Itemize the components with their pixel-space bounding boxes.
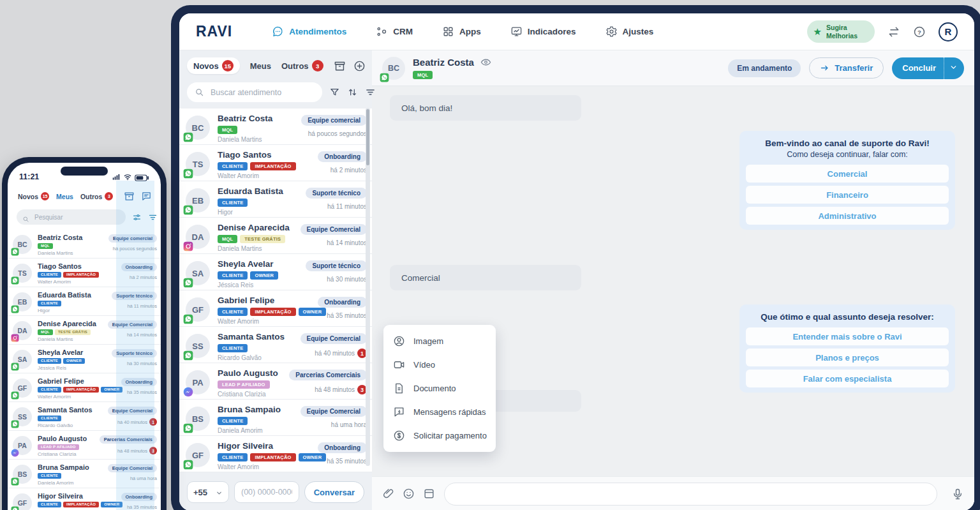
chat-bubble-icon bbox=[272, 26, 284, 38]
nav-item-apps[interactable]: Apps bbox=[442, 26, 481, 38]
contact-avatar: EB bbox=[186, 188, 210, 213]
timestamp: há 11 minutos bbox=[327, 203, 367, 210]
attach-menu-item-video[interactable]: Vídeo bbox=[383, 353, 496, 377]
conversation-list-item[interactable]: GF Higor Silveira CLIENTEIMPLANTAÇÃOOWNE… bbox=[8, 488, 161, 510]
archive-icon[interactable] bbox=[124, 191, 135, 202]
whatsapp-icon bbox=[11, 248, 19, 256]
contact-name: Gabriel Felipe bbox=[38, 377, 97, 386]
conversation-list-item[interactable]: GF Gabriel Felipe CLIENTEIMPLANTAÇÃOOWNE… bbox=[179, 290, 372, 327]
tag-badge: LEAD P AFILIADO bbox=[218, 380, 270, 389]
department-badge: Equipe comercial bbox=[301, 115, 367, 126]
conversation-list-item[interactable]: BC Beatriz Costa MQL Daniela Martins Equ… bbox=[8, 230, 161, 259]
conclude-dropdown[interactable] bbox=[944, 57, 964, 79]
new-chat-phone-input[interactable] bbox=[234, 481, 299, 503]
attach-menu-item-documento[interactable]: Documento bbox=[383, 377, 496, 400]
contact-tags: CLIENTE bbox=[218, 344, 289, 352]
tab-novos[interactable]: Novos 15 bbox=[18, 192, 49, 200]
search-icon bbox=[195, 87, 204, 97]
conversation-list-item[interactable]: SA Sheyla Avelar CLIENTEOWNER Jéssica Re… bbox=[8, 345, 161, 373]
nav-item-ajustes[interactable]: Ajustes bbox=[605, 26, 654, 38]
paperclip-icon[interactable] bbox=[382, 488, 394, 500]
tag-badge: OWNER bbox=[63, 358, 85, 364]
quick-reply-option[interactable]: Comercial bbox=[746, 165, 949, 183]
chat-lines-icon[interactable] bbox=[141, 191, 152, 202]
unread-badge: 3 bbox=[149, 447, 157, 454]
tab-meus[interactable]: Meus bbox=[56, 193, 73, 200]
user-avatar[interactable]: R bbox=[939, 22, 958, 41]
contact-tags: CLIENTE bbox=[38, 473, 97, 479]
new-conversation-icon[interactable] bbox=[353, 60, 366, 72]
contact-avatar: DA bbox=[13, 321, 32, 340]
conversation-list-item[interactable]: BS Bruna Sampaio CLIENTE Daniela Amorim … bbox=[179, 400, 372, 436]
nav-item-atendimentos[interactable]: Atendimentos bbox=[272, 26, 346, 38]
quick-reply-option[interactable]: Falar com especialista bbox=[746, 370, 949, 387]
quick-reply-option[interactable]: Entender mais sobre o Ravi bbox=[746, 327, 949, 345]
assigned-agent: Walter Amorim bbox=[218, 172, 289, 179]
scrollbar-thumb[interactable] bbox=[366, 109, 369, 165]
tab-meus[interactable]: Meus bbox=[250, 61, 271, 71]
help-icon[interactable]: ? bbox=[913, 26, 926, 38]
contact-avatar: GF bbox=[186, 443, 210, 467]
nav-item-label: Apps bbox=[459, 27, 481, 36]
conversation-list-item[interactable]: GF Higor Silveira CLIENTEIMPLANTAÇÃOOWNE… bbox=[179, 436, 372, 472]
filter-lines-icon[interactable] bbox=[148, 213, 158, 222]
search-input[interactable] bbox=[209, 87, 315, 98]
conversation-list-item[interactable]: DA Denise Aparecida MQLTESTE GRÁTIS Dani… bbox=[8, 316, 161, 345]
attach-menu-item-mensagens-rapidas[interactable]: Mensagens rápidas bbox=[383, 400, 496, 424]
conversation-list-item[interactable]: BC Beatriz Costa MQL Daniela Martins Equ… bbox=[179, 109, 372, 145]
microphone-icon[interactable] bbox=[951, 488, 964, 500]
start-conversation-button[interactable]: Conversar bbox=[304, 481, 364, 503]
suggest-improvements-button[interactable]: ★ Sugira Melhorias bbox=[807, 20, 875, 42]
list-scrollbar[interactable] bbox=[366, 108, 370, 466]
phone-search-row bbox=[8, 204, 161, 230]
message-input[interactable] bbox=[444, 483, 937, 506]
tab-novos[interactable]: Novos 15 bbox=[187, 57, 240, 74]
assigned-agent: Daniela Martins bbox=[218, 245, 289, 252]
assigned-agent: Daniela Martins bbox=[38, 250, 97, 256]
transfer-button[interactable]: Transferir bbox=[809, 57, 884, 79]
video-icon bbox=[393, 359, 405, 371]
conversation-list-item[interactable]: GF Gabriel Felipe CLIENTEIMPLANTAÇÃOOWNE… bbox=[8, 373, 161, 402]
filter-funnel-icon[interactable] bbox=[329, 87, 340, 98]
tab-outros[interactable]: Outros 3 bbox=[281, 60, 323, 71]
conversation-list-item[interactable]: TS Tiago Santos CLIENTEIMPLANTAÇÃO Walte… bbox=[8, 259, 161, 287]
phone-search-input[interactable] bbox=[33, 213, 120, 221]
tag-badge: IMPLANTAÇÃO bbox=[63, 502, 99, 507]
nav-item-indicadores[interactable]: Indicadores bbox=[510, 26, 576, 38]
timestamp: há 35 minutos bbox=[327, 458, 367, 465]
conversation-list-item[interactable]: PA Paulo Augusto LEAD P AFILIADO Cristia… bbox=[8, 431, 161, 460]
sort-icon[interactable] bbox=[347, 87, 358, 98]
quick-reply-option[interactable]: Administrativo bbox=[746, 207, 949, 225]
bot-card-subtitle: Como deseja continuar, falar com: bbox=[745, 150, 950, 159]
attach-menu-item-imagem[interactable]: Imagem bbox=[383, 329, 496, 353]
tab-novos-label: Novos bbox=[193, 61, 219, 71]
emoji-icon[interactable] bbox=[403, 488, 415, 500]
tune-sliders-icon[interactable] bbox=[132, 213, 142, 222]
conversation-list-item[interactable]: SS Samanta Santos CLIENTE Ricardo Galvão… bbox=[8, 402, 161, 431]
country-code-select[interactable]: +55 bbox=[187, 481, 229, 503]
archive-icon[interactable] bbox=[334, 60, 346, 72]
quick-reply-option[interactable]: Financeiro bbox=[746, 186, 949, 204]
swap-icon[interactable] bbox=[887, 26, 900, 38]
conversation-list-item[interactable]: DA Denise Aparecida MQLTESTE GRÁTIS Dani… bbox=[179, 218, 372, 254]
conversation-list-item[interactable]: EB Eduarda Batista CLIENTE Higor Suporte… bbox=[179, 181, 372, 218]
conversation-list-item[interactable]: SS Samanta Santos CLIENTE Ricardo Galvão… bbox=[179, 327, 372, 363]
contact-tags: CLIENTEIMPLANTAÇÃOOWNER bbox=[38, 387, 97, 393]
conversation-list-item[interactable]: SA Sheyla Avelar CLIENTEOWNER Jéssica Re… bbox=[179, 254, 372, 290]
conversation-list-item[interactable]: PA Paulo Augusto LEAD P AFILIADO Cristia… bbox=[179, 363, 372, 400]
quick-replies-drawer-icon[interactable] bbox=[423, 488, 435, 500]
conversation-list-item[interactable]: EB Eduarda Batista CLIENTE Higor Suporte… bbox=[8, 287, 161, 316]
attach-menu-item-solicitar-pagamento[interactable]: Solicitar pagamento bbox=[383, 424, 496, 447]
conclude-button[interactable]: Concluir bbox=[892, 57, 964, 79]
tag-badge: CLIENTE bbox=[218, 199, 248, 207]
eye-icon[interactable] bbox=[480, 57, 491, 68]
conversation-list-item[interactable]: BS Bruna Sampaio CLIENTE Daniela Amorim … bbox=[8, 460, 161, 488]
assigned-agent: Ricardo Galvão bbox=[218, 354, 289, 361]
tab-outros[interactable]: Outros 3 bbox=[80, 192, 113, 200]
contact-name: Tiago Santos bbox=[38, 262, 97, 271]
conversation-list-item[interactable]: TS Tiago Santos CLIENTEIMPLANTAÇÃO Walte… bbox=[179, 145, 372, 181]
assigned-agent: Cristiana Clarizia bbox=[218, 391, 289, 398]
nav-item-crm[interactable]: CRM bbox=[376, 26, 413, 38]
navbar-right: ★ Sugira Melhorias ? R bbox=[807, 20, 958, 42]
quick-reply-option[interactable]: Planos e preços bbox=[746, 349, 949, 366]
